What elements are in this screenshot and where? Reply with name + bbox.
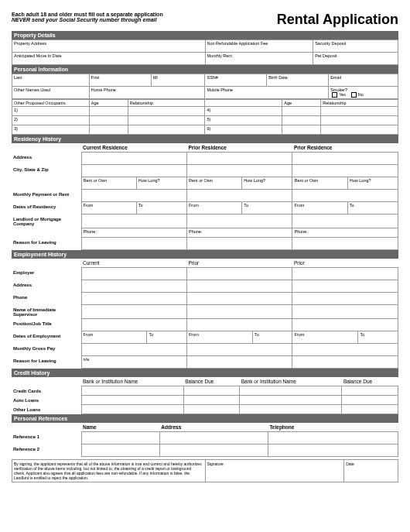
row-landlord: Landlord or Mortgage Company: [12, 215, 81, 228]
checkbox-no[interactable]: [351, 92, 357, 98]
field-first[interactable]: First: [89, 74, 151, 87]
credit-table: Bank or Institution Name Balance Due Ban…: [12, 377, 398, 414]
field-to-3[interactable]: To: [347, 202, 398, 215]
occ-6[interactable]: 6): [205, 125, 282, 135]
disclaimer: By signing, the applicant represents tha…: [12, 460, 206, 482]
row-supervisor: Name of Immediate Supervisor: [12, 305, 81, 319]
col-prior-emp-2: Prior: [292, 259, 398, 268]
col-balance-2: Balance Due: [342, 377, 398, 386]
field-ssn[interactable]: SSN#: [205, 74, 267, 87]
label-rel-2: Relationship: [321, 100, 398, 107]
occupants-header: Other Proposed Occupants Age Relationshi…: [12, 99, 398, 135]
field-rentown-2[interactable]: Rent or Own: [186, 177, 241, 190]
field-howlong-3[interactable]: How Long?: [347, 177, 398, 190]
row-employer: Employer: [12, 268, 81, 280]
row-emp-dates: Dates of Employment: [12, 331, 81, 344]
col-ref-phone: Telephone: [268, 423, 398, 432]
page-title: Rental Application: [277, 12, 398, 28]
footer-table: By signing, the applicant represents tha…: [12, 459, 398, 482]
col-current-emp: Current: [81, 259, 186, 268]
field-howlong-2[interactable]: How Long?: [242, 177, 292, 190]
field-howlong-1[interactable]: How Long?: [136, 177, 186, 190]
field-from-2[interactable]: From: [186, 202, 241, 215]
section-property-details: Property Details: [12, 31, 398, 39]
label-yes: Yes: [339, 92, 346, 97]
field-rentown-3[interactable]: Rent or Own: [292, 177, 347, 190]
field-app-fee[interactable]: Non Refundable Application Fee: [205, 40, 313, 53]
blank-col: [205, 100, 282, 107]
label-age-1: Age: [89, 100, 128, 107]
occ-3[interactable]: 3): [12, 125, 90, 135]
field-mobile-phone[interactable]: Mobile Phone: [205, 87, 329, 99]
property-table: Property Address Non Refundable Applicat…: [12, 39, 398, 65]
row-dates: Dates of Residency: [12, 202, 81, 215]
field-na: n/a: [81, 356, 186, 369]
header: Each adult 18 and older must fill out a …: [12, 12, 398, 28]
occ-2[interactable]: 2): [12, 116, 90, 125]
field-email[interactable]: Email: [329, 74, 398, 87]
field-signature[interactable]: Signature: [205, 460, 344, 482]
field-security-deposit[interactable]: Security Deposit: [313, 40, 398, 53]
references-table: Name Address Telephone Reference 1 Refer…: [12, 423, 398, 457]
field-property-address[interactable]: Property Address: [12, 40, 206, 53]
checkbox-yes[interactable]: [332, 92, 337, 98]
row-address: Address: [12, 153, 81, 165]
section-references: Personal References: [12, 414, 398, 423]
field-birth[interactable]: Birth Date: [267, 74, 329, 87]
field-phone-1[interactable]: Phone:: [81, 228, 186, 238]
occ-5[interactable]: 5): [205, 116, 282, 125]
field-other-names[interactable]: Other Names Used: [12, 87, 90, 99]
section-employment: Employment History: [12, 250, 398, 259]
section-personal-info: Personal Information: [12, 65, 398, 74]
row-auto: Auto Loans: [12, 396, 81, 405]
field-mi[interactable]: MI: [151, 74, 205, 87]
field-emp-from-3[interactable]: From: [292, 331, 358, 344]
instruction-line2: NEVER send your Social Security number t…: [12, 17, 163, 22]
row-position: Position/Job Title: [12, 319, 81, 331]
field-smoker[interactable]: Smoker? Yes No: [329, 87, 398, 99]
section-credit: Credit History: [12, 369, 398, 377]
field-rentown-1[interactable]: Rent or Own: [81, 177, 136, 190]
col-ref-name: Name: [81, 423, 159, 432]
col-prior-res-1: Prior Residence: [186, 143, 292, 153]
field-to-1[interactable]: To: [136, 202, 186, 215]
row-other-loans: Other Loans: [12, 405, 81, 414]
occ-4[interactable]: 4): [205, 107, 282, 116]
field-phone-3[interactable]: Phone:: [292, 228, 398, 238]
col-ref-address: Address: [159, 423, 268, 432]
field-emp-to-2[interactable]: To: [252, 331, 292, 344]
field-from-1[interactable]: From: [81, 202, 136, 215]
row-emp-reason: Reason for Leaving: [12, 356, 81, 369]
row-emp-address: Address: [12, 280, 81, 293]
row-emp-phone: Phone: [12, 293, 81, 305]
field-pet-deposit[interactable]: Pet Deposit: [313, 53, 398, 65]
row-reason: Reason for Leaving: [12, 238, 81, 250]
col-balance-1: Balance Due: [183, 377, 240, 386]
field-to-2[interactable]: To: [242, 202, 292, 215]
employment-table: Current Prior Prior Employer Address Pho…: [12, 259, 398, 369]
residency-table: Current Residence Prior Residence Prior …: [12, 143, 398, 250]
field-from-3[interactable]: From: [292, 202, 347, 215]
field-phone-2[interactable]: Phone:: [186, 228, 292, 238]
label-no: No: [358, 92, 364, 97]
label-rel-1: Relationship: [128, 100, 205, 107]
label-occupants: Other Proposed Occupants: [12, 100, 90, 107]
col-current-res: Current Residence: [81, 143, 186, 153]
field-movein-date[interactable]: Anticipated Move In Date: [12, 53, 206, 65]
field-home-phone[interactable]: Home Phone: [89, 87, 205, 99]
row-monthly: Monthly Payment or Rent: [12, 190, 81, 202]
occ-1[interactable]: 1): [12, 107, 90, 116]
field-emp-from-1[interactable]: From: [81, 331, 147, 344]
field-date[interactable]: Date: [344, 460, 398, 482]
row-ref2: Reference 2: [12, 444, 81, 457]
label-age-2: Age: [282, 100, 321, 107]
field-emp-to-3[interactable]: To: [358, 331, 398, 344]
field-last[interactable]: Last: [12, 74, 90, 87]
row-city: City, State & Zip: [12, 165, 81, 177]
field-emp-from-2[interactable]: From: [186, 331, 252, 344]
personal-table: Last First MI SSN# Birth Date Email Othe…: [12, 74, 398, 99]
col-bank-2: Bank or Institution Name: [240, 377, 342, 386]
field-emp-to-1[interactable]: To: [147, 331, 187, 344]
row-ref1: Reference 1: [12, 432, 81, 444]
field-monthly-rent[interactable]: Monthly Rent: [205, 53, 313, 65]
